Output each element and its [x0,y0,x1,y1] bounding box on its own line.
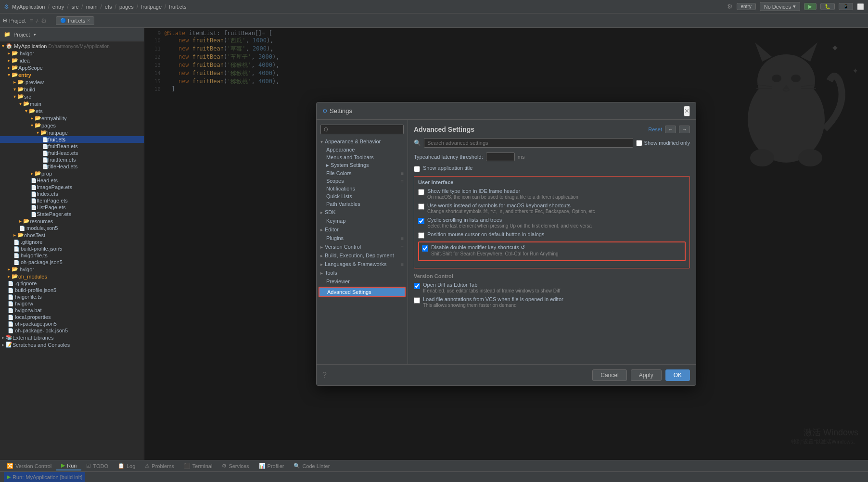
show-file-type-checkbox[interactable] [418,189,424,195]
settings-icon[interactable]: ⚙ [727,3,733,10]
tree-item-buildprofile2[interactable]: 📄 build-profile.json5 [0,245,144,252]
settings-item-advanced[interactable]: Advanced Settings [319,287,406,297]
settings-item-file-colors[interactable]: File Colors ≡ [317,169,408,177]
languages-header[interactable]: ▸ Languages & Frameworks ≡ [317,260,408,268]
tree-item-preview[interactable]: ▸ 📂 .preview [0,78,144,86]
settings-item-path-variables[interactable]: Path Variables [317,200,408,208]
tree-item-ohpackage2[interactable]: 📄 oh-package.json5 [0,259,144,266]
tree-item-hvigor2[interactable]: ▸ 📂 .hvigor [0,266,144,273]
run-button[interactable]: ▶ [804,3,817,10]
run-config-button[interactable]: entry [737,3,756,10]
tree-item-ets[interactable]: ▾ 📂 ets [0,107,144,114]
editor-tab-fruit[interactable]: 🔵 fruit.ets × [56,16,94,25]
advanced-search-input[interactable] [424,138,633,148]
show-modified-checkbox[interactable] [636,140,642,146]
cyclic-scrolling-checkbox[interactable] [418,218,424,224]
settings-item-system-settings[interactable]: ▸ System Settings [317,161,408,169]
reset-link[interactable]: Reset [648,127,662,132]
open-diff-checkbox[interactable] [414,283,420,289]
disable-double-modifier-checkbox[interactable] [422,245,428,252]
tree-item-ohmodules[interactable]: ▸ 📂 oh_modules [0,273,144,280]
keymap-header[interactable]: Keymap [317,216,408,225]
bottom-tab-codelinter[interactable]: 🔍 Code Linter [289,462,334,470]
tree-body[interactable]: ▾ 🏠 MyApplication D:/harmonyos/MyApplica… [0,41,144,460]
tree-item-hvigorwbat[interactable]: 📄 hvigorw.bat [0,307,144,314]
settings-item-appearance[interactable]: Appearance [317,146,408,153]
tree-item-titlehead[interactable]: 📄 titleHead.ets [0,163,144,170]
help-icon[interactable]: ? [322,371,327,380]
tools-header[interactable]: ▸ Tools [317,268,408,277]
plugins-header[interactable]: Plugins ≡ [317,234,408,242]
tree-item-fruitbean[interactable]: 📄 fruitBean.ets [0,143,144,150]
editor-area[interactable]: 9 @State itemList: fruitBean[]= [ 10 new… [144,28,868,460]
tree-item-main[interactable]: ▾ 📂 main [0,100,144,107]
settings-item-quick-lists[interactable]: Quick Lists [317,192,408,200]
tree-item-src[interactable]: ▾ 📂 src [0,93,144,100]
tab-close-icon[interactable]: × [87,18,90,23]
settings-item-menus-toolbars[interactable]: Menus and Toolbars [317,153,408,161]
use-words-checkbox[interactable] [418,203,424,210]
tree-item-hvigorw[interactable]: 📄 hvigorw [0,300,144,307]
tree-item-fruitpage[interactable]: ▾ 📂 fruitpage [0,129,144,136]
tree-item-statepager[interactable]: 📄 StatePager.ets [0,211,144,217]
tree-item-entryability[interactable]: ▸ 📂 entryability [0,114,144,122]
tree-item-hvigor[interactable]: ▸ 📂 .hvigor [0,50,144,57]
settings-search-input[interactable] [320,125,404,134]
no-devices-dropdown[interactable]: No Devices ▾ [760,2,800,11]
editor-header[interactable]: ▸ Editor [317,225,408,234]
tree-item-modulejson[interactable]: 📄 module.json5 [0,225,144,231]
tree-item-gitignore2[interactable]: 📄 .gitignore [0,239,144,245]
build-exec-header[interactable]: ▸ Build, Execution, Deployment [317,251,408,260]
bottom-tab-version-control[interactable]: 🔀 Version Control [2,462,56,470]
tree-item-appscope[interactable]: ▸ 📂 AppScope [0,64,144,71]
tree-item-imagepage[interactable]: 📄 ImagePage.ets [0,184,144,190]
bottom-tab-profiler[interactable]: 📊 Profiler [254,462,289,470]
tree-item-idea[interactable]: ▸ 📂 .idea [0,57,144,64]
tree-item-fruit-ets[interactable]: 📄 fruit.ets [0,136,144,143]
bottom-tab-problems[interactable]: ⚠ Problems [140,462,179,470]
cancel-button[interactable]: Cancel [592,369,626,381]
maximize-icon[interactable]: ⬜ [857,3,864,10]
apply-button[interactable]: Apply [631,369,662,381]
tree-item-build[interactable]: ▾ 📂 build [0,86,144,93]
nav-forward-button[interactable]: → [679,126,690,133]
settings-item-scopes[interactable]: Scopes ≡ [317,177,408,185]
tree-item-head[interactable]: 📄 Head.ets [0,177,144,184]
position-mouse-checkbox[interactable] [418,232,424,239]
device-button[interactable]: 📱 [839,3,853,10]
appearance-behavior-header[interactable]: ▾ Appearance & Behavior [317,137,408,146]
tree-item-ohpackagelock-root[interactable]: 📄 oh-package-lock.json5 [0,327,144,334]
tree-item-hvigorfile-root[interactable]: 📄 hvigorfile.ts [0,293,144,300]
tree-item-prop[interactable]: ▸ 📂 prop [0,170,144,177]
previewer-header[interactable]: Previewer [317,277,408,286]
sdk-header[interactable]: ▸ SDK [317,208,408,216]
settings-item-notifications[interactable]: Notifications [317,185,408,192]
tree-item-localprops[interactable]: 📄 local.properties [0,314,144,320]
tree-item-itempage[interactable]: 📄 ItemPage.ets [0,197,144,204]
dialog-close-button[interactable]: × [684,106,690,116]
load-file-annotations-checkbox[interactable] [414,297,420,304]
tree-item-pages[interactable]: ▾ 📂 pages [0,122,144,129]
tree-root[interactable]: ▾ 🏠 MyApplication D:/harmonyos/MyApplica… [0,42,144,50]
version-control-header[interactable]: ▸ Version Control ≡ [317,242,408,251]
typeahead-input[interactable]: 100 [486,152,515,161]
tree-item-gitignore-root[interactable]: 📄 .gitignore [0,280,144,287]
tree-item-hvigorfile2[interactable]: 📄 hvigorfile.ts [0,252,144,259]
tree-item-buildprofile-root[interactable]: 📄 build-profile.json5 [0,287,144,293]
tree-item-index[interactable]: 📄 Index.ets [0,190,144,197]
tree-item-fruithead[interactable]: 📄 fruitHead.ets [0,150,144,156]
bottom-tab-run[interactable]: ▶ Run [56,461,81,470]
bottom-tab-terminal[interactable]: ⬛ Terminal [179,462,217,470]
tree-item-fruititem[interactable]: 📄 fruitItem.ets [0,156,144,163]
tree-item-ohpackage-root[interactable]: 📄 oh-package.json5 [0,320,144,327]
bottom-tab-todo[interactable]: ☑ TODO [81,462,113,470]
tree-item-resources[interactable]: ▸ 📂 resources [0,217,144,225]
ok-button[interactable]: OK [665,369,690,381]
tree-item-listpage[interactable]: 📄 ListPage.ets [0,204,144,211]
bottom-tab-log[interactable]: 📋 Log [113,462,140,470]
tree-item-ohostest[interactable]: ▸ 📂 ohosTest [0,231,144,239]
tree-item-entry[interactable]: ▾ 📂 entry [0,71,144,78]
debug-button[interactable]: 🐛 [820,3,835,10]
tree-item-extlibs[interactable]: ▸ 📚 External Libraries [0,334,144,341]
tree-item-scratches[interactable]: ▸ 📝 Scratches and Consoles [0,341,144,348]
